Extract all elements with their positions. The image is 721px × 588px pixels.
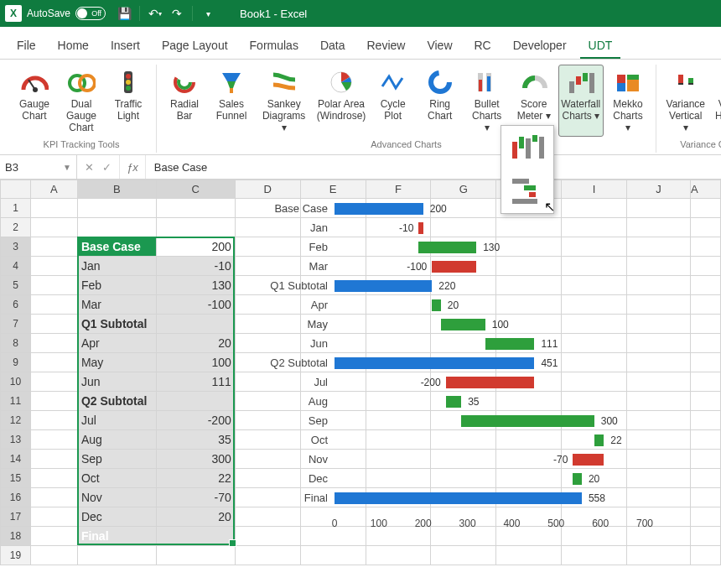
cell[interactable] xyxy=(30,295,77,315)
ribbon-gauge-button[interactable]: GaugeChart xyxy=(12,65,57,137)
cell[interactable] xyxy=(690,315,720,334)
cell[interactable] xyxy=(300,507,366,527)
cell[interactable] xyxy=(300,295,366,315)
redo-icon[interactable]: ↷ xyxy=(170,7,184,20)
cell[interactable] xyxy=(627,450,691,469)
cell[interactable] xyxy=(77,546,156,565)
cell[interactable] xyxy=(366,392,431,411)
fx-label[interactable]: ƒx xyxy=(120,155,146,179)
row-header-5[interactable]: 5 xyxy=(1,276,31,295)
cell[interactable] xyxy=(30,392,77,411)
cell[interactable] xyxy=(431,507,496,527)
cell[interactable] xyxy=(627,392,691,411)
cell[interactable] xyxy=(235,450,300,469)
cell[interactable] xyxy=(366,237,431,257)
cell[interactable] xyxy=(235,507,300,527)
cell[interactable] xyxy=(431,276,496,295)
cell[interactable] xyxy=(30,488,77,507)
cell[interactable] xyxy=(690,411,720,430)
row-header-19[interactable]: 19 xyxy=(1,546,31,565)
grid[interactable]: ABCDEFGHIJA 123Base Case2004Jan-105Feb13… xyxy=(0,180,721,565)
cell[interactable] xyxy=(366,334,431,353)
cell[interactable] xyxy=(627,334,691,353)
cell[interactable]: May xyxy=(77,353,156,372)
cell[interactable] xyxy=(235,276,300,295)
row-header-8[interactable]: 8 xyxy=(1,334,31,353)
cell[interactable] xyxy=(235,469,300,488)
cell[interactable] xyxy=(30,469,77,488)
row-header-11[interactable]: 11 xyxy=(1,392,31,411)
cell[interactable] xyxy=(690,507,720,527)
tab-udt[interactable]: UDT xyxy=(580,34,621,59)
cell[interactable] xyxy=(235,334,300,353)
cell[interactable] xyxy=(690,469,720,488)
cell[interactable] xyxy=(562,527,627,546)
cell[interactable] xyxy=(496,334,562,353)
cell[interactable] xyxy=(627,507,691,527)
cell[interactable] xyxy=(235,488,300,507)
cell[interactable]: 300 xyxy=(156,450,235,469)
cell[interactable] xyxy=(496,353,562,372)
cell[interactable] xyxy=(431,257,496,276)
tab-page-layout[interactable]: Page Layout xyxy=(153,34,236,59)
cell[interactable]: Q1 Subtotal xyxy=(77,315,156,334)
cell[interactable] xyxy=(627,469,691,488)
cell[interactable] xyxy=(690,295,720,315)
cell[interactable] xyxy=(690,237,720,257)
cell[interactable] xyxy=(431,527,496,546)
tab-insert[interactable]: Insert xyxy=(102,34,148,59)
cell[interactable] xyxy=(30,276,77,295)
cell[interactable] xyxy=(366,353,431,372)
cell[interactable]: 100 xyxy=(156,353,235,372)
tab-file[interactable]: File xyxy=(8,34,44,59)
cell[interactable]: Nov xyxy=(77,488,156,507)
col-header-G[interactable]: G xyxy=(431,180,496,199)
cell[interactable] xyxy=(300,430,366,450)
cell[interactable] xyxy=(496,546,562,565)
cell[interactable]: 111 xyxy=(156,372,235,392)
col-header-A[interactable]: A xyxy=(30,180,77,199)
cell[interactable] xyxy=(431,488,496,507)
cell[interactable] xyxy=(627,218,691,237)
cell[interactable] xyxy=(431,218,496,237)
cell[interactable] xyxy=(431,334,496,353)
cell[interactable] xyxy=(366,315,431,334)
cell[interactable] xyxy=(431,469,496,488)
col-header-F[interactable]: F xyxy=(366,180,431,199)
cell[interactable] xyxy=(690,546,720,565)
row-header-3[interactable]: 3 xyxy=(1,237,31,257)
cell[interactable] xyxy=(235,527,300,546)
tab-view[interactable]: View xyxy=(418,34,460,59)
cell[interactable] xyxy=(300,392,366,411)
cell[interactable] xyxy=(562,218,627,237)
cell[interactable] xyxy=(562,237,627,257)
cell[interactable] xyxy=(562,507,627,527)
cell[interactable]: 20 xyxy=(156,334,235,353)
cell[interactable] xyxy=(431,546,496,565)
cancel-icon[interactable]: ✕ xyxy=(82,161,96,174)
cell[interactable] xyxy=(300,334,366,353)
cell[interactable] xyxy=(156,315,235,334)
cell[interactable]: Jun xyxy=(77,372,156,392)
cell[interactable]: 22 xyxy=(156,469,235,488)
cell[interactable] xyxy=(300,237,366,257)
cell[interactable]: Final xyxy=(77,527,156,546)
cell[interactable] xyxy=(627,199,691,218)
cell[interactable] xyxy=(496,507,562,527)
cell[interactable] xyxy=(30,430,77,450)
cell[interactable] xyxy=(496,469,562,488)
ribbon-var-v-button[interactable]: VarianceVertical ▾ xyxy=(661,65,710,137)
tab-rc[interactable]: RC xyxy=(466,34,500,59)
cell[interactable] xyxy=(627,295,691,315)
cell[interactable] xyxy=(300,411,366,430)
cell[interactable] xyxy=(30,315,77,334)
cell[interactable]: Base Case xyxy=(77,237,156,257)
cell[interactable] xyxy=(366,199,431,218)
cell[interactable] xyxy=(496,488,562,507)
cell[interactable] xyxy=(627,411,691,430)
cell[interactable] xyxy=(562,315,627,334)
cell[interactable] xyxy=(627,372,691,392)
customize-qat-icon[interactable]: ▾ xyxy=(201,7,215,20)
ribbon-traffic-button[interactable]: TrafficLight xyxy=(106,65,151,137)
cell[interactable] xyxy=(156,218,235,237)
